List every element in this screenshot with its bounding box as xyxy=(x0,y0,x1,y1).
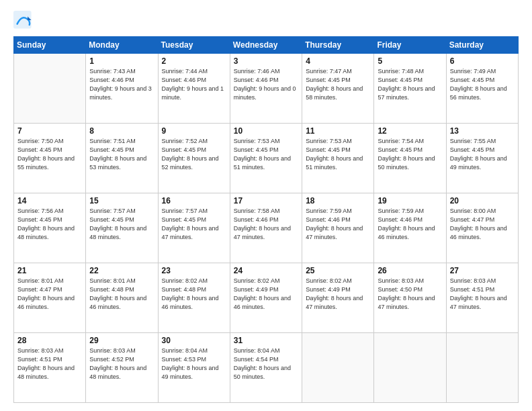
day-number: 15 xyxy=(89,196,154,205)
day-number: 30 xyxy=(162,336,226,345)
calendar-cell: 31Sunrise: 8:04 AMSunset: 4:54 PMDayligh… xyxy=(230,333,302,403)
calendar-week-row: 1Sunrise: 7:43 AMSunset: 4:46 PMDaylight… xyxy=(14,54,519,124)
day-info: Sunrise: 7:58 AMSunset: 4:46 PMDaylight:… xyxy=(234,207,298,242)
day-number: 31 xyxy=(234,336,298,345)
day-info: Sunrise: 8:02 AMSunset: 4:49 PMDaylight:… xyxy=(306,277,370,312)
calendar-week-row: 7Sunrise: 7:50 AMSunset: 4:45 PMDaylight… xyxy=(14,124,519,193)
day-number: 7 xyxy=(17,126,82,136)
header xyxy=(13,11,519,30)
calendar-cell: 9Sunrise: 7:52 AMSunset: 4:45 PMDaylight… xyxy=(158,124,230,193)
calendar-table: SundayMondayTuesdayWednesdayThursdayFrid… xyxy=(13,36,519,403)
day-info: Sunrise: 8:02 AMSunset: 4:48 PMDaylight:… xyxy=(162,277,226,312)
calendar-week-row: 21Sunrise: 8:01 AMSunset: 4:47 PMDayligh… xyxy=(14,263,519,333)
calendar-cell: 15Sunrise: 7:57 AMSunset: 4:45 PMDayligh… xyxy=(86,193,158,263)
day-number: 29 xyxy=(89,336,154,345)
day-info: Sunrise: 8:00 AMSunset: 4:47 PMDaylight:… xyxy=(450,207,515,242)
day-number: 25 xyxy=(306,266,370,275)
day-info: Sunrise: 7:51 AMSunset: 4:45 PMDaylight:… xyxy=(89,137,154,172)
calendar-cell: 19Sunrise: 7:59 AMSunset: 4:46 PMDayligh… xyxy=(374,193,446,263)
calendar-cell: 21Sunrise: 8:01 AMSunset: 4:47 PMDayligh… xyxy=(14,263,86,333)
calendar-cell: 6Sunrise: 7:49 AMSunset: 4:45 PMDaylight… xyxy=(446,54,518,124)
day-info: Sunrise: 7:43 AMSunset: 4:46 PMDaylight:… xyxy=(89,67,154,102)
day-number: 19 xyxy=(378,196,442,205)
day-number: 17 xyxy=(234,196,298,205)
calendar-cell xyxy=(302,333,374,403)
calendar-cell: 17Sunrise: 7:58 AMSunset: 4:46 PMDayligh… xyxy=(230,193,302,263)
day-info: Sunrise: 7:54 AMSunset: 4:45 PMDaylight:… xyxy=(378,137,442,172)
day-info: Sunrise: 7:59 AMSunset: 4:46 PMDaylight:… xyxy=(378,207,442,242)
calendar-header-row: SundayMondayTuesdayWednesdayThursdayFrid… xyxy=(14,37,519,54)
day-number: 14 xyxy=(17,196,82,205)
day-number: 23 xyxy=(162,266,226,275)
day-number: 24 xyxy=(234,266,298,275)
day-number: 20 xyxy=(450,196,515,205)
calendar-cell xyxy=(446,333,518,403)
day-number: 9 xyxy=(162,126,226,136)
calendar-cell: 28Sunrise: 8:03 AMSunset: 4:51 PMDayligh… xyxy=(14,333,86,403)
day-info: Sunrise: 8:03 AMSunset: 4:51 PMDaylight:… xyxy=(450,277,515,312)
day-info: Sunrise: 7:46 AMSunset: 4:46 PMDaylight:… xyxy=(234,67,298,102)
day-info: Sunrise: 8:04 AMSunset: 4:53 PMDaylight:… xyxy=(162,347,226,381)
calendar-cell: 13Sunrise: 7:55 AMSunset: 4:45 PMDayligh… xyxy=(446,124,518,193)
day-info: Sunrise: 8:02 AMSunset: 4:49 PMDaylight:… xyxy=(234,277,298,312)
logo xyxy=(13,11,35,30)
day-info: Sunrise: 7:53 AMSunset: 4:45 PMDaylight:… xyxy=(306,137,370,172)
calendar-cell: 23Sunrise: 8:02 AMSunset: 4:48 PMDayligh… xyxy=(158,263,230,333)
calendar-cell: 30Sunrise: 8:04 AMSunset: 4:53 PMDayligh… xyxy=(158,333,230,403)
day-number: 3 xyxy=(234,56,298,66)
day-info: Sunrise: 7:57 AMSunset: 4:45 PMDaylight:… xyxy=(89,207,154,242)
day-number: 4 xyxy=(306,56,370,66)
day-info: Sunrise: 7:49 AMSunset: 4:45 PMDaylight:… xyxy=(450,67,515,102)
calendar-header-tuesday: Tuesday xyxy=(158,37,230,54)
day-info: Sunrise: 7:47 AMSunset: 4:45 PMDaylight:… xyxy=(306,67,370,102)
calendar-cell: 26Sunrise: 8:03 AMSunset: 4:50 PMDayligh… xyxy=(374,263,446,333)
calendar-week-row: 28Sunrise: 8:03 AMSunset: 4:51 PMDayligh… xyxy=(14,333,519,403)
calendar-cell: 24Sunrise: 8:02 AMSunset: 4:49 PMDayligh… xyxy=(230,263,302,333)
day-info: Sunrise: 8:03 AMSunset: 4:50 PMDaylight:… xyxy=(378,277,442,312)
day-number: 26 xyxy=(378,266,442,275)
calendar-cell: 3Sunrise: 7:46 AMSunset: 4:46 PMDaylight… xyxy=(230,54,302,124)
day-info: Sunrise: 7:44 AMSunset: 4:46 PMDaylight:… xyxy=(162,67,226,102)
day-number: 5 xyxy=(378,56,442,66)
calendar-cell: 29Sunrise: 8:03 AMSunset: 4:52 PMDayligh… xyxy=(86,333,158,403)
calendar-cell: 22Sunrise: 8:01 AMSunset: 4:48 PMDayligh… xyxy=(86,263,158,333)
calendar-header-saturday: Saturday xyxy=(446,37,518,54)
calendar-cell: 10Sunrise: 7:53 AMSunset: 4:45 PMDayligh… xyxy=(230,124,302,193)
day-number: 21 xyxy=(17,266,82,275)
day-info: Sunrise: 7:52 AMSunset: 4:45 PMDaylight:… xyxy=(162,137,226,172)
day-number: 8 xyxy=(89,126,154,136)
day-number: 1 xyxy=(89,56,154,66)
calendar-cell: 12Sunrise: 7:54 AMSunset: 4:45 PMDayligh… xyxy=(374,124,446,193)
calendar-cell xyxy=(14,54,86,124)
day-number: 18 xyxy=(306,196,370,205)
day-number: 12 xyxy=(378,126,442,136)
calendar-header-monday: Monday xyxy=(86,37,158,54)
day-info: Sunrise: 7:57 AMSunset: 4:45 PMDaylight:… xyxy=(162,207,226,242)
calendar-cell xyxy=(374,333,446,403)
day-number: 13 xyxy=(450,126,515,136)
day-info: Sunrise: 7:56 AMSunset: 4:45 PMDaylight:… xyxy=(17,207,82,242)
logo-icon xyxy=(13,11,32,30)
day-info: Sunrise: 8:03 AMSunset: 4:52 PMDaylight:… xyxy=(89,347,154,381)
day-info: Sunrise: 8:04 AMSunset: 4:54 PMDaylight:… xyxy=(234,347,298,381)
day-info: Sunrise: 7:55 AMSunset: 4:45 PMDaylight:… xyxy=(450,137,515,172)
day-number: 11 xyxy=(306,126,370,136)
day-info: Sunrise: 7:53 AMSunset: 4:45 PMDaylight:… xyxy=(234,137,298,172)
day-info: Sunrise: 7:50 AMSunset: 4:45 PMDaylight:… xyxy=(17,137,82,172)
day-number: 16 xyxy=(162,196,226,205)
day-number: 6 xyxy=(450,56,515,66)
calendar-cell: 5Sunrise: 7:48 AMSunset: 4:45 PMDaylight… xyxy=(374,54,446,124)
calendar-cell: 2Sunrise: 7:44 AMSunset: 4:46 PMDaylight… xyxy=(158,54,230,124)
day-number: 28 xyxy=(17,336,82,345)
calendar-header-thursday: Thursday xyxy=(302,37,374,54)
calendar-week-row: 14Sunrise: 7:56 AMSunset: 4:45 PMDayligh… xyxy=(14,193,519,263)
page: SundayMondayTuesdayWednesdayThursdayFrid… xyxy=(0,0,532,411)
day-info: Sunrise: 8:01 AMSunset: 4:47 PMDaylight:… xyxy=(17,277,82,312)
day-info: Sunrise: 8:03 AMSunset: 4:51 PMDaylight:… xyxy=(17,347,82,381)
calendar-header-friday: Friday xyxy=(374,37,446,54)
calendar-cell: 16Sunrise: 7:57 AMSunset: 4:45 PMDayligh… xyxy=(158,193,230,263)
calendar-cell: 27Sunrise: 8:03 AMSunset: 4:51 PMDayligh… xyxy=(446,263,518,333)
calendar-cell: 25Sunrise: 8:02 AMSunset: 4:49 PMDayligh… xyxy=(302,263,374,333)
calendar-cell: 20Sunrise: 8:00 AMSunset: 4:47 PMDayligh… xyxy=(446,193,518,263)
calendar-cell: 8Sunrise: 7:51 AMSunset: 4:45 PMDaylight… xyxy=(86,124,158,193)
